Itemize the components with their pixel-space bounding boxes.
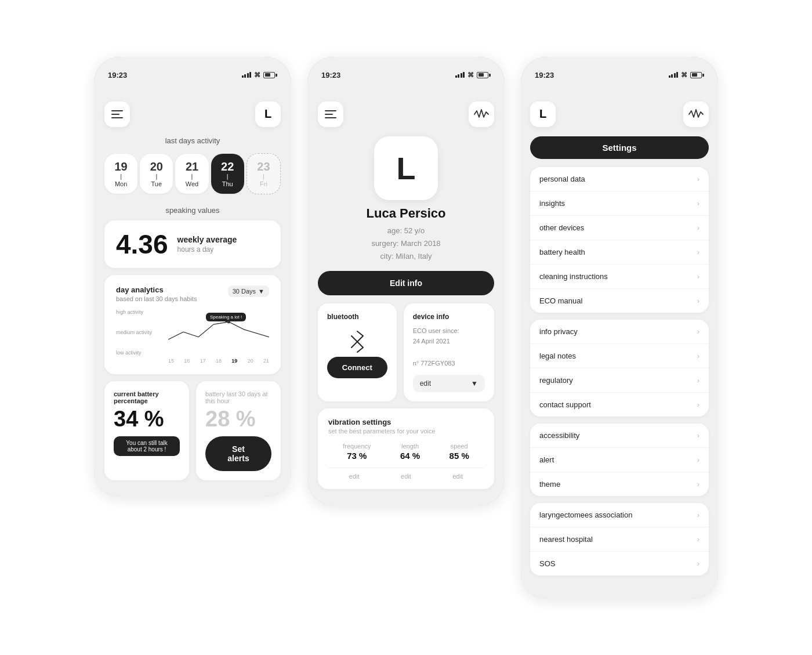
signal-icon-2 — [455, 72, 465, 78]
hamburger-icon-2 — [325, 110, 336, 118]
chevron-icon-cleaning: › — [697, 272, 699, 281]
settings-item-hospital[interactable]: nearest hospital › — [530, 527, 709, 552]
chevron-icon-theme: › — [697, 480, 699, 488]
vib-edit-spd[interactable]: edit — [452, 473, 463, 480]
analytics-title: day analytics — [116, 285, 197, 294]
device-info-text: ECO user since: 24 April 2021 n° 772FGY0… — [413, 325, 485, 369]
day-item-mon[interactable]: 19 | Mon — [104, 154, 137, 194]
chevron-icon-sos: › — [697, 559, 699, 568]
wifi-icon-3: ⌘ — [681, 71, 687, 79]
vib-edit-freq[interactable]: edit — [349, 473, 360, 480]
weekly-sub: hours a day — [177, 245, 237, 254]
status-bar-2: 19:23 ⌘ — [307, 67, 505, 82]
x-label-16: 16 — [184, 358, 190, 364]
chart-x-labels: 15 16 17 18 19 20 21 — [116, 358, 269, 364]
phones-container: 19:23 ⌘ — [94, 57, 718, 599]
day-num-wed: 21 — [186, 160, 198, 173]
settings-item-insights[interactable]: insights › — [530, 191, 709, 216]
x-label-19: 19 — [231, 358, 237, 364]
menu-button-2[interactable] — [318, 102, 343, 127]
bluetooth-card: bluetooth Connect — [318, 303, 397, 401]
settings-label-personal-data: personal data — [539, 175, 585, 183]
waveform-svg-3 — [688, 108, 704, 121]
vib-edit-len[interactable]: edit — [401, 473, 411, 480]
settings-item-eco-manual[interactable]: ECO manual › — [530, 289, 709, 313]
x-label-17: 17 — [200, 358, 206, 364]
weekly-label: weekly average — [177, 235, 237, 244]
day-item-tue[interactable]: 20 | Tue — [140, 154, 173, 194]
chevron-icon-contact-support: › — [697, 400, 699, 409]
vibration-params: frequency 73 % length 64 % speed 85 % — [328, 443, 484, 468]
avatar-button-1[interactable]: L — [255, 102, 281, 127]
settings-item-contact-support[interactable]: contact support › — [530, 393, 709, 417]
device-edit-label: edit — [420, 379, 431, 388]
wifi-icon-1: ⌘ — [254, 71, 260, 79]
settings-label-theme: theme — [539, 480, 560, 488]
analytics-sub: based on last 30 days habits — [116, 295, 197, 302]
chevron-icon-accessibility: › — [697, 431, 699, 440]
settings-item-association[interactable]: laryngectomees association › — [530, 503, 709, 527]
time-1: 19:23 — [108, 71, 127, 79]
device-info-card: device info ECO user since: 24 April 202… — [404, 303, 494, 401]
settings-item-personal-data[interactable]: personal data › — [530, 167, 709, 191]
device-date: 24 April 2021 — [413, 338, 450, 345]
notch-1 — [166, 82, 219, 95]
weekly-number: 4.36 — [116, 231, 168, 258]
vibration-title: vibration settings — [328, 418, 484, 426]
battery-note: You can still talk about 2 hours ! — [114, 436, 180, 456]
top-nav-2 — [318, 96, 494, 136]
phone-settings: 19:23 ⌘ L — [521, 57, 718, 599]
x-label-21: 21 — [263, 358, 269, 364]
chevron-icon-insights: › — [697, 199, 699, 208]
settings-item-info-privacy[interactable]: info privacy › — [530, 320, 709, 344]
vib-freq-value: 73 % — [343, 451, 371, 461]
settings-item-battery-health[interactable]: battery health › — [530, 240, 709, 265]
settings-title: Settings — [530, 136, 709, 159]
settings-label-battery-health: battery health — [539, 248, 585, 256]
dropdown-chevron-icon: ▼ — [471, 379, 478, 388]
x-label-20: 20 — [248, 358, 253, 364]
svg-point-0 — [227, 320, 230, 323]
days-row: 19 | Mon 20 | Tue 21 | Wed — [104, 153, 281, 194]
device-edit-dropdown[interactable]: edit ▼ — [413, 375, 485, 392]
settings-item-legal-notes[interactable]: legal notes › — [530, 344, 709, 368]
battery-history-value: 28 % — [205, 407, 271, 432]
vibration-sub: set the best parameters for your voice — [328, 428, 484, 435]
settings-label-hospital: nearest hospital — [539, 535, 593, 544]
settings-group-4: laryngectomees association › nearest hos… — [530, 503, 709, 576]
day-item-wed[interactable]: 21 | Wed — [175, 154, 208, 194]
settings-item-sos[interactable]: SOS › — [530, 552, 709, 576]
day-name-thu: Thu — [222, 180, 233, 188]
battery-current-label: current battery percentage — [114, 390, 180, 404]
settings-item-other-devices[interactable]: other devices › — [530, 216, 709, 240]
vib-length: length 64 % — [400, 443, 420, 461]
analytics-card: day analytics based on last 30 days habi… — [104, 275, 281, 374]
device-number: n° 772FGY083 — [413, 360, 455, 367]
settings-item-theme[interactable]: theme › — [530, 472, 709, 496]
day-item-thu[interactable]: 22 | Thu — [211, 154, 244, 194]
vib-freq-label: frequency — [343, 443, 371, 450]
battery-current-value: 34 % — [114, 407, 180, 432]
waveform-icon-2[interactable] — [469, 102, 494, 127]
set-alerts-button[interactable]: Set alerts — [205, 436, 271, 471]
profile-info: age: 52 y/o surgery: March 2018 city: Mi… — [318, 225, 494, 263]
settings-item-regulatory[interactable]: regulatory › — [530, 368, 709, 393]
settings-item-accessibility[interactable]: accessibility › — [530, 424, 709, 448]
chevron-icon-info-privacy: › — [697, 327, 699, 336]
connect-button[interactable]: Connect — [327, 357, 387, 378]
menu-button-1[interactable] — [104, 102, 130, 127]
phone-profile: 19:23 ⌘ — [307, 57, 505, 505]
profile-surgery: surgery: March 2018 — [371, 239, 440, 248]
edit-info-button[interactable]: Edit info — [318, 271, 494, 295]
settings-label-accessibility: accessibility — [539, 431, 579, 440]
settings-item-cleaning[interactable]: cleaning instructions › — [530, 265, 709, 289]
avatar-button-3[interactable]: L — [530, 102, 556, 127]
settings-item-alert[interactable]: alert › — [530, 448, 709, 472]
chart-labels: high activity medium activity low activi… — [116, 309, 152, 356]
status-icons-2: ⌘ — [455, 71, 491, 79]
waveform-icon-3[interactable] — [683, 102, 709, 127]
vib-spd-label: speed — [449, 443, 469, 450]
device-since: ECO user since: — [413, 327, 459, 334]
dropdown-label: 30 Days — [233, 288, 256, 295]
days-dropdown[interactable]: 30 Days ▼ — [228, 285, 269, 297]
